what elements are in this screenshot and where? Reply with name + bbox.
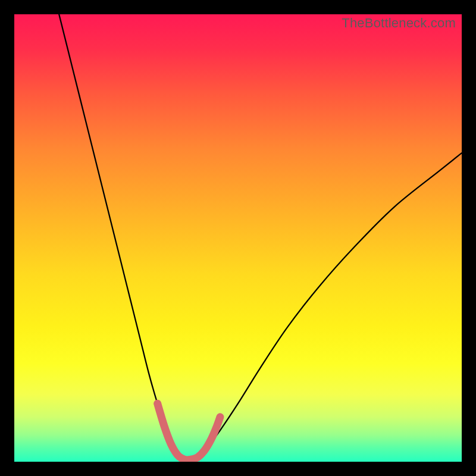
right-branch-path xyxy=(198,153,462,459)
chart-area: TheBottleneck.com xyxy=(14,14,462,462)
bottleneck-curve-plot xyxy=(14,14,462,462)
left-branch-path xyxy=(59,14,180,459)
tolerance-band-path xyxy=(158,403,220,460)
